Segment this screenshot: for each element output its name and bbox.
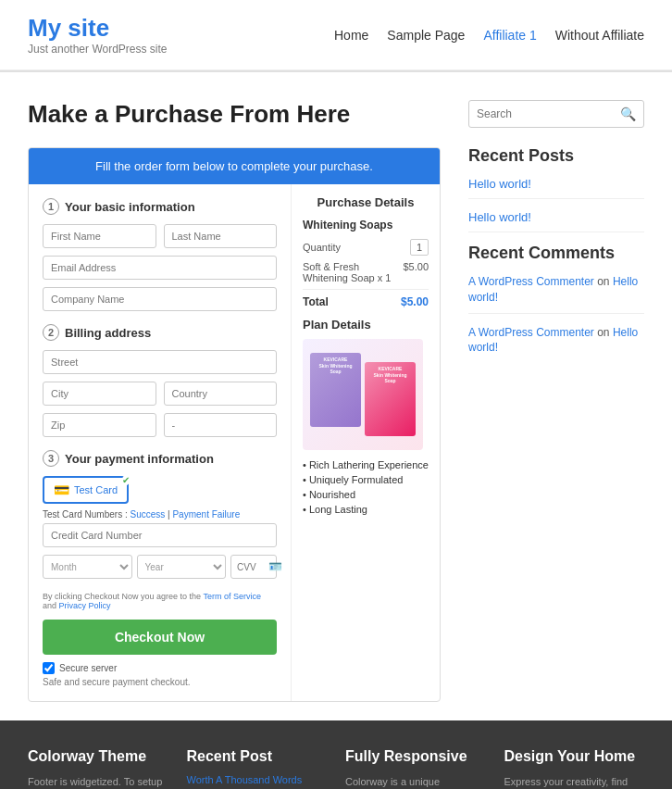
posts-divider2 — [468, 232, 644, 232]
features-list: Rich Lathering Experience Uniquely Formu… — [303, 459, 429, 515]
search-input[interactable] — [477, 107, 620, 120]
checkout-button[interactable]: Checkout Now — [43, 620, 277, 655]
secure-row: Secure server — [43, 662, 277, 674]
product-box2: KEVICARESkin WhiteningSoap — [365, 362, 416, 436]
footer-col4-text: Express your creativity, find inspiratio… — [504, 774, 645, 789]
cc-number-row — [43, 523, 277, 547]
test-card-button[interactable]: 💳 Test Card ✔ — [43, 476, 129, 504]
company-input[interactable] — [43, 287, 277, 311]
cvv-icon: 🪪 — [268, 560, 282, 573]
search-icon: 🔍 — [620, 106, 636, 121]
recent-comments-title: Recent Comments — [468, 244, 644, 263]
safe-text: Safe and secure payment checkout. — [43, 677, 277, 687]
section3-title: 3 Your payment information — [43, 450, 277, 467]
comment-divider1 — [468, 313, 644, 314]
company-row — [43, 287, 277, 311]
first-name-input[interactable] — [43, 224, 156, 248]
form-right: Purchase Details Whitening Soaps Quantit… — [292, 184, 440, 701]
purchase-title: Purchase Details — [303, 195, 429, 209]
street-input[interactable] — [43, 350, 277, 374]
footer-col4: Design Your Home Express your creativity… — [504, 748, 645, 789]
card-icon: 💳 — [54, 482, 69, 497]
terms-link[interactable]: Term of Service — [203, 592, 261, 601]
footer-col2-title: Recent Post — [187, 748, 328, 765]
last-name-input[interactable] — [164, 224, 278, 248]
purchase-form-container: Fill the order form below to complete yo… — [28, 147, 441, 702]
site-title: My site — [28, 14, 168, 43]
form-body: 1 Your basic information — [29, 184, 440, 701]
commenter-2-link[interactable]: A WordPress Commenter — [468, 326, 594, 339]
month-select[interactable]: Month — [43, 555, 132, 579]
zip-row — [43, 413, 277, 437]
cvv-input[interactable] — [237, 562, 265, 572]
footer-col2: Recent Post Worth A Thousand Words Categ… — [187, 748, 328, 789]
recent-post-1[interactable]: Hello world! — [468, 177, 644, 191]
check-icon: ✔ — [122, 475, 130, 485]
feature-3: Nourished — [303, 489, 429, 500]
footer-col1-title: Colorway Theme — [28, 748, 168, 765]
month-year-cvv-row: Month Year 🪪 — [43, 555, 277, 579]
page-title: Make a Purchase From Here — [28, 100, 441, 129]
footer-col1: Colorway Theme Footer is widgetized. To … — [28, 748, 168, 789]
section2-number: 2 — [43, 324, 59, 341]
commenter-1-link[interactable]: A WordPress Commenter — [468, 275, 594, 288]
form-header: Fill the order form below to complete yo… — [29, 148, 440, 184]
header: My site Just another WordPress site Home… — [0, 0, 672, 70]
zip-input[interactable] — [43, 413, 156, 437]
main-content: Make a Purchase From Here Fill the order… — [0, 72, 672, 720]
form-left: 1 Your basic information — [29, 184, 292, 701]
sidebar: 🔍 Recent Posts Hello world! Hello world!… — [468, 100, 644, 702]
footer-col3-text: Colorway is a unique responsive WordPres… — [345, 774, 486, 789]
country-input[interactable] — [164, 382, 278, 406]
quantity-value: 1 — [410, 239, 429, 256]
section-basic-info: 1 Your basic information — [43, 198, 277, 311]
credit-card-input[interactable] — [43, 523, 277, 547]
quantity-row: Quantity 1 — [303, 239, 429, 256]
comment-1: A WordPress Commenter on Hello world! — [468, 274, 644, 306]
product-line: Soft & Fresh Whitening Soap x 1 $5.00 — [303, 261, 429, 283]
street-row — [43, 350, 277, 374]
content-area: Make a Purchase From Here Fill the order… — [28, 100, 441, 702]
privacy-link[interactable]: Privacy Policy — [59, 601, 111, 610]
plan-title: Plan Details — [303, 318, 429, 332]
search-box[interactable]: 🔍 — [468, 100, 644, 128]
nav-without-affiliate[interactable]: Without Affiliate — [555, 28, 644, 43]
city-country-row — [43, 382, 277, 406]
footer-col3: Fully Responsive Colorway is a unique re… — [345, 748, 486, 789]
product-image: KEVICARESkin WhiteningSoap KEVICARESkin … — [303, 339, 423, 450]
footer-col1-text: Footer is widgetized. To setup the foote… — [28, 774, 168, 789]
test-card-failure-link[interactable]: Payment Failure — [172, 509, 240, 520]
total-price: $5.00 — [401, 295, 429, 308]
name-row — [43, 224, 277, 248]
product-box1: KEVICARESkin WhiteningSoap — [310, 353, 361, 427]
section2-title: 2 Billing address — [43, 324, 277, 341]
feature-4: Long Lasting — [303, 504, 429, 515]
email-row — [43, 256, 277, 280]
email-input[interactable] — [43, 256, 277, 280]
section1-number: 1 — [43, 198, 59, 215]
feature-1: Rich Lathering Experience — [303, 459, 429, 470]
recent-post-2[interactable]: Hello world! — [468, 210, 644, 224]
product-name: Whitening Soaps — [303, 219, 429, 232]
comment-2: A WordPress Commenter on Hello world! — [468, 325, 644, 357]
test-card-success-link[interactable]: Success — [130, 509, 165, 520]
nav-sample-page[interactable]: Sample Page — [387, 28, 465, 43]
recent-posts-title: Recent Posts — [468, 146, 644, 166]
dash-input[interactable] — [164, 413, 278, 437]
footer-grid: Colorway Theme Footer is widgetized. To … — [28, 748, 644, 789]
nav-home[interactable]: Home — [334, 28, 368, 43]
section-billing: 2 Billing address — [43, 324, 277, 437]
site-branding: My site Just another WordPress site — [28, 14, 168, 56]
year-select[interactable]: Year — [137, 555, 227, 579]
footer-col4-title: Design Your Home — [504, 748, 645, 765]
cvv-container: 🪪 — [230, 555, 277, 579]
feature-2: Uniquely Formulated — [303, 474, 429, 485]
city-input[interactable] — [43, 382, 156, 406]
section1-title: 1 Your basic information — [43, 198, 277, 215]
footer-col2-link1[interactable]: Worth A Thousand Words — [187, 774, 328, 785]
footer: Colorway Theme Footer is widgetized. To … — [0, 720, 672, 789]
secure-checkbox[interactable] — [43, 662, 55, 674]
section3-number: 3 — [43, 450, 59, 467]
section-payment: 3 Your payment information 💳 Test Card ✔ — [43, 450, 277, 579]
nav-affiliate1[interactable]: Affiliate 1 — [483, 28, 536, 43]
